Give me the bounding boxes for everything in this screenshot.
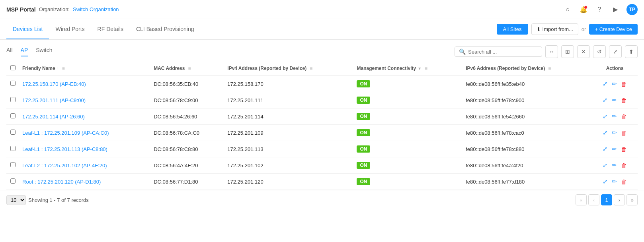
mgmt-connectivity-cell: ON <box>353 141 463 157</box>
last-page-button[interactable]: » <box>626 194 638 205</box>
mgmt-connectivity-cell: ON <box>353 157 463 174</box>
ipv4-address-cell: 172.25.201.111 <box>224 92 353 108</box>
table-row: Leaf-L1 : 172.25.201.113 (AP-C8:80) DC:0… <box>6 141 638 157</box>
edit-row-button[interactable]: ✏ <box>611 96 618 105</box>
ipv4-address-cell: 172.25.201.109 <box>224 125 353 141</box>
ipv4-address-header: IPv4 Address (Reported by Device) ≡ <box>224 61 353 76</box>
row-checkbox[interactable] <box>10 81 16 86</box>
search-nav-icon[interactable]: ○ <box>563 5 572 14</box>
clear-filter-button[interactable]: ✕ <box>577 45 590 58</box>
avatar[interactable]: TP <box>626 4 638 15</box>
search-icon: 🔍 <box>459 48 466 55</box>
expand-icon[interactable]: ▶ <box>611 5 620 14</box>
edit-row-button[interactable]: ✏ <box>611 79 618 88</box>
prev-page-button[interactable]: ‹ <box>588 194 599 205</box>
edit-row-button[interactable]: ✏ <box>611 145 618 153</box>
expand-row-button[interactable]: ⤢ <box>602 177 609 186</box>
all-sites-button[interactable]: All Sites <box>497 24 528 35</box>
device-link[interactable]: 172.25.201.111 (AP-C9:00) <box>22 97 86 103</box>
expand-row-button[interactable]: ⤢ <box>602 112 609 121</box>
edit-row-button[interactable]: ✏ <box>611 112 618 121</box>
device-link[interactable]: Leaf-L1 : 172.25.201.109 (AP-CA:C0) <box>22 130 109 136</box>
mgmt-menu-icon[interactable]: ≡ <box>425 66 427 71</box>
tab-cli-provisioning[interactable]: CLI Based Provisioning <box>130 19 201 39</box>
select-all-checkbox[interactable] <box>10 65 16 70</box>
device-link[interactable]: 172.25.201.114 (AP-26:60) <box>22 114 85 120</box>
delete-row-button[interactable]: 🗑 <box>620 178 628 186</box>
expand-row-button[interactable]: ⤢ <box>602 128 609 137</box>
delete-row-button[interactable]: 🗑 <box>620 112 628 121</box>
friendly-name-menu-icon[interactable]: ≡ <box>62 66 65 71</box>
device-link[interactable]: 172.25.158.170 (AP-EB:40) <box>22 81 86 87</box>
expand-row-button[interactable]: ⤢ <box>602 79 609 88</box>
actions-cell: ⤢ ✏ 🗑 <box>592 108 638 125</box>
refresh-button[interactable]: ↺ <box>593 45 606 58</box>
row-checkbox[interactable] <box>10 146 16 151</box>
actions-cell: ⤢ ✏ 🗑 <box>592 141 638 157</box>
import-button[interactable]: ⬇ Import from... <box>531 23 578 35</box>
ipv4-address-cell: 172.25.201.113 <box>224 141 353 157</box>
ipv6-menu-icon[interactable]: ≡ <box>548 66 551 71</box>
friendly-name-cell: 172.25.158.170 (AP-EB:40) <box>19 76 150 92</box>
row-checkbox[interactable] <box>10 162 16 167</box>
fullscreen-button[interactable]: ⤢ <box>609 45 622 58</box>
row-checkbox[interactable] <box>10 130 16 135</box>
switch-org-link[interactable]: Switch Organization <box>73 6 119 12</box>
ipv4-menu-icon[interactable]: ≡ <box>310 66 312 71</box>
table-body: 172.25.158.170 (AP-EB:40) DC:08:56:35:EB… <box>6 76 638 190</box>
on-badge: ON <box>357 80 370 87</box>
friendly-name-cell: Leaf-L2 : 172.25.201.102 (AP-4F:20) <box>19 157 150 174</box>
expand-columns-button[interactable]: ↔ <box>545 45 558 58</box>
friendly-name-sort-icon[interactable]: ↑ <box>57 66 59 71</box>
edit-row-button[interactable]: ✏ <box>611 177 618 186</box>
expand-row-button[interactable]: ⤢ <box>602 145 609 153</box>
delete-row-button[interactable]: 🗑 <box>620 80 628 88</box>
tab-devices-list[interactable]: Devices List <box>6 19 49 39</box>
mgmt-connectivity-cell: ON <box>353 76 463 92</box>
delete-row-button[interactable]: 🗑 <box>620 161 628 170</box>
row-checkbox[interactable] <box>10 178 16 184</box>
search-input[interactable] <box>468 49 532 55</box>
row-actions: ⤢ ✏ 🗑 <box>595 145 634 153</box>
create-device-button[interactable]: + Create Device <box>589 24 638 35</box>
mgmt-filter-icon[interactable]: ▼ <box>418 66 422 71</box>
expand-row-button[interactable]: ⤢ <box>602 96 609 105</box>
next-page-button[interactable]: › <box>614 194 625 205</box>
ipv6-address-header: IPv6 Address (Reported by Device) ≡ <box>463 61 592 76</box>
delete-row-button[interactable]: 🗑 <box>620 129 628 137</box>
tab-rf-details[interactable]: RF Details <box>91 19 130 39</box>
filter-bar: All AP Switch 🔍 ↔ ⊞ ✕ ↺ ⤢ ⬆ <box>0 40 644 61</box>
delete-row-button[interactable]: 🗑 <box>620 96 628 105</box>
expand-row-button[interactable]: ⤢ <box>602 161 609 170</box>
edit-row-button[interactable]: ✏ <box>611 128 618 137</box>
columns-button[interactable]: ⊞ <box>561 45 574 58</box>
table-header-row: Friendly Name ↑ ≡ MAC Address ≡ IPv4 Add… <box>6 61 638 76</box>
tab-wired-ports[interactable]: Wired Ports <box>49 19 91 39</box>
notification-icon[interactable]: 🔔 <box>579 5 588 14</box>
page-size-dropdown[interactable]: 10 25 50 <box>6 195 26 205</box>
delete-row-button[interactable]: 🗑 <box>620 145 628 153</box>
filter-tab-switch[interactable]: Switch <box>36 47 52 56</box>
upload-button[interactable]: ⬆ <box>625 45 638 58</box>
row-actions: ⤢ ✏ 🗑 <box>595 161 634 170</box>
row-checkbox[interactable] <box>10 97 16 102</box>
first-page-button[interactable]: « <box>576 194 587 205</box>
device-link[interactable]: Leaf-L2 : 172.25.201.102 (AP-4F:20) <box>22 163 107 168</box>
filter-tab-ap[interactable]: AP <box>21 47 28 56</box>
device-link[interactable]: Root : 172.25.201.120 (AP-D1:80) <box>22 179 101 185</box>
on-badge: ON <box>357 113 370 120</box>
row-checkbox[interactable] <box>10 113 16 118</box>
sub-tabs-bar: Devices List Wired Ports RF Details CLI … <box>0 19 644 40</box>
ipv6-address-cell: fe80::de08:56ff:fe35:eb40 <box>463 76 592 92</box>
mac-address-menu-icon[interactable]: ≡ <box>188 66 191 71</box>
filter-tab-all[interactable]: All <box>6 47 13 56</box>
page-1-button[interactable]: 1 <box>601 194 612 205</box>
row-checkbox-cell <box>6 141 19 157</box>
ipv6-address-cell: fe80::de08:56ff:fe78:c880 <box>463 141 592 157</box>
help-icon[interactable]: ? <box>595 5 604 14</box>
mac-address-cell: DC:08:56:78:C8:80 <box>150 141 224 157</box>
edit-row-button[interactable]: ✏ <box>611 161 618 170</box>
on-badge: ON <box>357 145 370 153</box>
ipv6-address-cell: fe80::de08:56ff:fe4a:4f20 <box>463 157 592 174</box>
device-link[interactable]: Leaf-L1 : 172.25.201.113 (AP-C8:80) <box>22 146 107 152</box>
